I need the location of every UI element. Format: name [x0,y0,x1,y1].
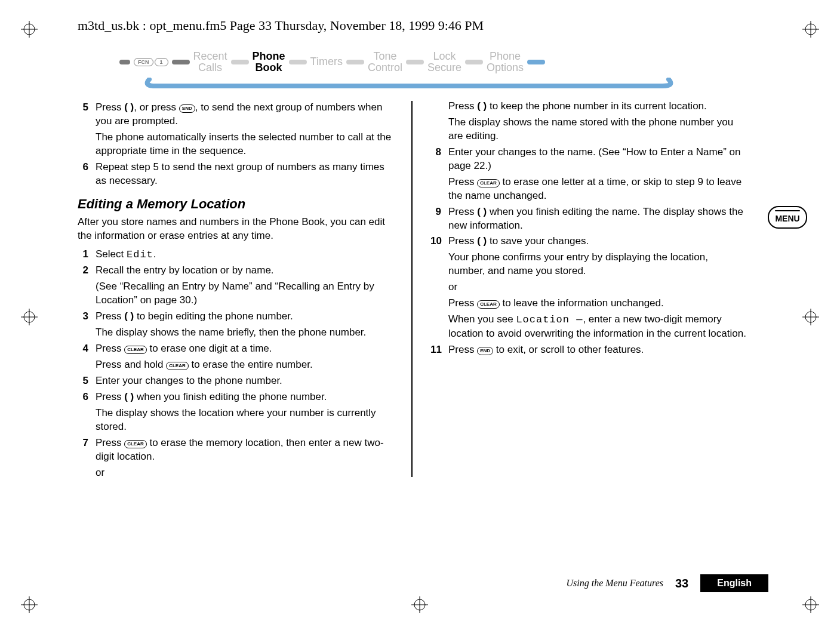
clear-key-icon: CLEAR [477,179,500,187]
nav-underline [119,78,699,88]
crop-mark-icon [21,596,38,613]
page-number: 33 [675,577,688,590]
crop-mark-icon [802,309,819,325]
nav-lock-secure: LockSecure [427,51,461,73]
nav-phone-options: PhoneOptions [487,51,524,73]
scroll-key-icon: ( ) [124,390,134,404]
crop-mark-icon [21,21,38,38]
fcn-key-icon: FCN 1 [134,58,168,66]
clear-key-icon: CLEAR [166,362,189,370]
right-column: Press ( ) to keep the phone number in it… [430,99,746,482]
footer-section-title: Using the Menu Features [566,578,663,589]
nav-recent-calls: RecentCalls [193,51,227,73]
nav-tone-control: ToneControl [368,51,402,73]
scroll-key-icon: ( ) [124,310,134,324]
crop-mark-icon [21,309,38,325]
clear-key-icon: CLEAR [124,346,147,354]
clear-key-icon: CLEAR [124,440,147,448]
nav-timers: Timers [310,56,343,67]
scroll-key-icon: ( ) [477,100,487,113]
end-key-icon: END [477,347,493,355]
clear-key-icon: CLEAR [477,300,500,309]
column-divider [411,101,413,477]
page-header: m3td_us.bk : opt_menu.fm5 Page 33 Thursd… [78,18,484,33]
scroll-key-icon: ( ) [477,235,487,248]
scroll-key-icon: ( ) [477,205,487,219]
nav-phone-book: PhoneBook [253,51,285,73]
page-footer: Using the Menu Features 33 English [566,574,768,592]
crop-mark-icon [802,596,819,613]
crop-mark-icon [802,21,819,38]
language-tab: English [700,574,768,592]
menu-badge-icon: MENU [768,206,807,229]
snd-key-icon: SND [179,104,195,113]
scroll-key-icon: ( ) [124,101,134,115]
section-heading-editing: Editing a Memory Location [78,196,393,212]
left-column: 5Press ( ), or press SND, to send the ne… [78,99,393,482]
crop-mark-icon [411,596,428,613]
